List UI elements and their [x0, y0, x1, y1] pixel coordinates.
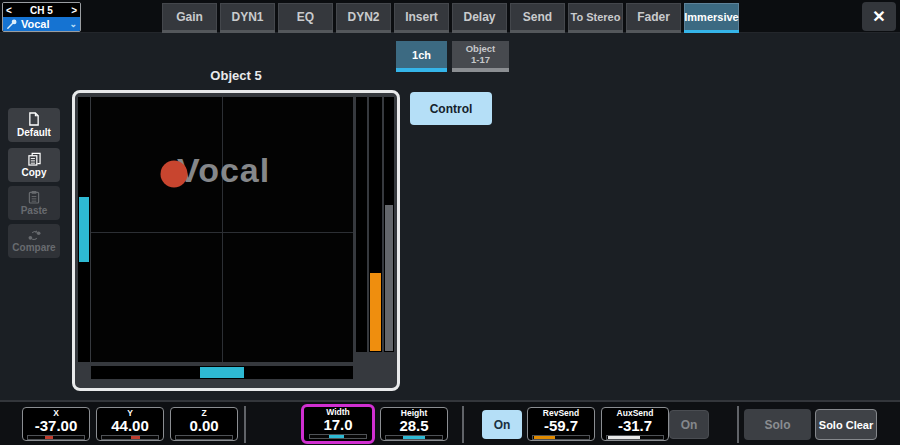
footer-divider [244, 406, 246, 443]
y-indicator [131, 436, 139, 439]
tab-eq[interactable]: EQ [278, 3, 333, 33]
bottom-bar: X -37.00 Y 44.00 Z 0.00 Width 17.0 Heigh… [0, 400, 900, 445]
channel-next-icon[interactable]: > [71, 5, 77, 16]
control-button[interactable]: Control [410, 92, 492, 125]
tab-dyn2[interactable]: DYN2 [336, 3, 391, 33]
auxsend-on-button[interactable]: On [669, 410, 709, 439]
mic-icon [6, 18, 18, 30]
tab-fader[interactable]: Fader [626, 3, 681, 33]
paste-button[interactable]: Paste [8, 186, 60, 220]
clipboard-icon [28, 190, 40, 204]
channel-number: CH 5 [30, 5, 53, 16]
copy-button[interactable]: Copy [8, 148, 60, 182]
channel-name-row[interactable]: Vocal ⌄ [3, 17, 80, 31]
auxsend-indicator [608, 436, 640, 439]
tab-gain[interactable]: Gain [162, 3, 217, 33]
tab-delay[interactable]: Delay [452, 3, 507, 33]
tab-insert[interactable]: Insert [394, 3, 449, 33]
solo-clear-button[interactable]: Solo Clear [815, 409, 877, 440]
panner-title: Object 5 [72, 68, 400, 83]
z-position-bar [385, 205, 393, 351]
tab-bar: Gain DYN1 EQ DYN2 Insert Delay Send To S… [162, 3, 739, 33]
tab-send[interactable]: Send [510, 3, 565, 33]
x-indicator [45, 436, 53, 439]
panner-frame: Vocal [72, 90, 400, 391]
pan-field[interactable]: Vocal [91, 97, 353, 362]
x-position-bar [200, 367, 244, 378]
auxsend-field[interactable]: AuxSend -31.7 [601, 407, 669, 441]
object-name-label: Vocal [177, 151, 270, 190]
height-indicator [403, 436, 425, 439]
document-icon [28, 112, 40, 126]
object-on-button[interactable]: On [482, 410, 522, 439]
tab-to-stereo[interactable]: To Stereo [568, 3, 623, 33]
width-indicator [329, 435, 344, 438]
revsend-indicator [534, 436, 555, 439]
width-field[interactable]: Width 17.0 [301, 404, 375, 444]
channel-number-row: < CH 5 > [3, 3, 80, 17]
x-field[interactable]: X -37.00 [22, 407, 90, 441]
crosshair-vertical [222, 97, 223, 362]
level-meter-bar [370, 273, 381, 351]
z-position-track[interactable] [384, 97, 394, 352]
copy-icon [28, 152, 41, 166]
subtab-object-1-17[interactable]: Object 1-17 [452, 41, 509, 72]
y-field[interactable]: Y 44.00 [96, 407, 164, 441]
z-field[interactable]: Z 0.00 [170, 407, 238, 441]
revsend-field[interactable]: RevSend -59.7 [527, 407, 595, 441]
crosshair-horizontal [91, 232, 353, 233]
immersive-screen: < CH 5 > Vocal ⌄ Gain DYN1 EQ DYN2 Inser… [0, 0, 900, 445]
channel-prev-icon[interactable]: < [6, 5, 12, 16]
subtab-bar: 1ch Object 1-17 [396, 41, 509, 72]
channel-selector[interactable]: < CH 5 > Vocal ⌄ [2, 2, 81, 32]
z-meter-track [356, 97, 367, 352]
y-position-slider[interactable] [78, 97, 90, 362]
x-position-slider[interactable] [91, 366, 353, 379]
close-icon: ✕ [872, 7, 885, 26]
top-bar: < CH 5 > Vocal ⌄ Gain DYN1 EQ DYN2 Inser… [0, 0, 900, 33]
compare-button[interactable]: Compare [8, 224, 60, 258]
footer-divider [462, 406, 464, 443]
level-meter-track [369, 97, 382, 352]
solo-button[interactable]: Solo [744, 409, 811, 440]
subtab-1ch[interactable]: 1ch [396, 41, 447, 72]
footer-divider [737, 406, 739, 443]
close-button[interactable]: ✕ [862, 2, 896, 31]
y-position-bar [79, 197, 89, 262]
object-position-ball[interactable] [161, 161, 188, 188]
default-button[interactable]: Default [8, 108, 60, 142]
channel-name: Vocal [21, 18, 50, 30]
compare-icon [27, 230, 42, 241]
height-field[interactable]: Height 28.5 [380, 407, 448, 441]
chevron-down-icon[interactable]: ⌄ [69, 19, 77, 29]
tab-dyn1[interactable]: DYN1 [220, 3, 275, 33]
tab-immersive[interactable]: Immersive [684, 3, 739, 33]
